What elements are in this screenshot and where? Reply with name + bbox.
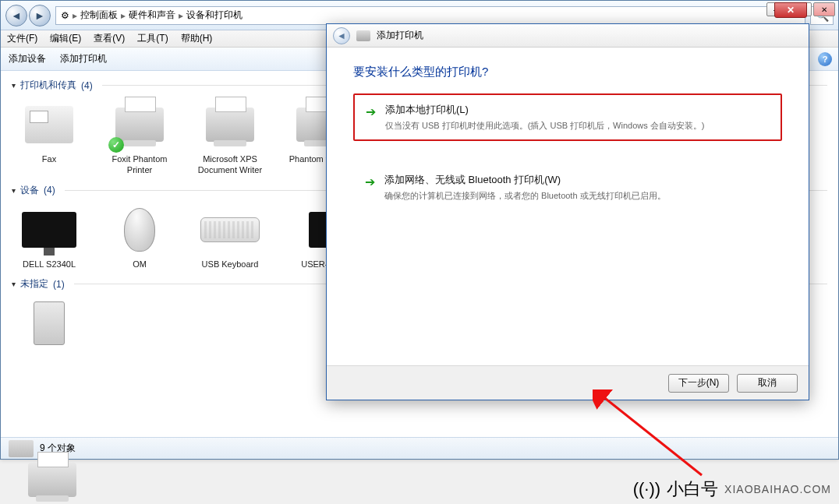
add-printer-dialog: ✕ ◄ 添加打印机 要安装什么类型的打印机? ➔ 添加本地打印机(L) 仅当没有… bbox=[326, 23, 809, 400]
keyboard-icon bbox=[200, 217, 260, 242]
option-local-printer[interactable]: ➔ 添加本地打印机(L) 仅当没有 USB 打印机时使用此选项。(插入 USB … bbox=[353, 93, 782, 141]
next-button[interactable]: 下一步(N) bbox=[668, 374, 729, 393]
dialog-footer: 下一步(N) 取消 bbox=[327, 365, 809, 400]
dialog-back-button[interactable]: ◄ bbox=[333, 27, 350, 44]
path-seg-0[interactable]: 控制面板 bbox=[80, 9, 118, 22]
help-icon[interactable]: ? bbox=[818, 52, 832, 66]
printer-icon bbox=[115, 107, 164, 142]
path-seg-1[interactable]: 硬件和声音 bbox=[129, 9, 175, 22]
collapse-icon: ▾ bbox=[12, 280, 16, 288]
brand-cn: 小白号 bbox=[667, 478, 718, 501]
pc-icon bbox=[34, 301, 65, 345]
default-check-icon: ✓ bbox=[108, 137, 124, 153]
option-title: 添加网络、无线或 Bluetooth 打印机(W) bbox=[384, 173, 666, 187]
close-button[interactable]: ✕ bbox=[813, 2, 835, 16]
device-monitor[interactable]: DELL S2340L bbox=[12, 203, 87, 270]
device-mouse[interactable]: OM bbox=[102, 203, 177, 270]
cancel-button[interactable]: 取消 bbox=[737, 374, 798, 393]
device-unspecified[interactable] bbox=[12, 297, 87, 353]
menu-file[interactable]: 文件(F) bbox=[7, 32, 37, 45]
device-foxit-printer[interactable]: ✓ Foxit Phantom Printer bbox=[102, 98, 177, 176]
option-desc: 仅当没有 USB 打印机时使用此选项。(插入 USB 打印机后，Windows … bbox=[385, 120, 704, 132]
toolbar-add-device[interactable]: 添加设备 bbox=[9, 52, 46, 65]
extra-printer-icon bbox=[28, 463, 75, 497]
monitor-icon bbox=[22, 212, 76, 248]
forward-button[interactable]: ► bbox=[29, 5, 51, 26]
dialog-heading: 要安装什么类型的打印机? bbox=[353, 65, 782, 79]
collapse-icon: ▾ bbox=[12, 81, 16, 90]
dialog-close-button[interactable]: ✕ bbox=[774, 2, 807, 18]
toolbar-add-printer[interactable]: 添加打印机 bbox=[60, 52, 107, 65]
menu-tools[interactable]: 工具(T) bbox=[137, 32, 168, 45]
path-seg-2[interactable]: 设备和打印机 bbox=[186, 9, 242, 22]
device-keyboard[interactable]: USB Keyboard bbox=[193, 203, 267, 270]
menu-view[interactable]: 查看(V) bbox=[94, 32, 125, 45]
status-printer-icon bbox=[9, 440, 34, 457]
device-fax[interactable]: Fax bbox=[12, 98, 87, 176]
branding: ((·)) 小白号 XIAOBAIHAO.COM bbox=[633, 478, 831, 501]
printer-icon bbox=[356, 30, 370, 41]
collapse-icon: ▾ bbox=[12, 186, 16, 195]
control-panel-icon: ⚙ bbox=[61, 10, 69, 21]
option-title: 添加本地打印机(L) bbox=[385, 103, 704, 117]
option-desc: 确保您的计算机已连接到网络，或者您的 Bluetooth 或无线打印机已启用。 bbox=[384, 190, 666, 202]
mouse-icon bbox=[124, 208, 155, 252]
breadcrumb[interactable]: ⚙ ▸ 控制面板 ▸ 硬件和声音 ▸ 设备和打印机 bbox=[55, 6, 805, 25]
arrow-icon: ➔ bbox=[365, 174, 375, 189]
menu-help[interactable]: 帮助(H) bbox=[181, 32, 213, 45]
fax-icon bbox=[25, 106, 73, 143]
wifi-icon: ((·)) bbox=[633, 479, 660, 499]
arrow-icon: ➔ bbox=[366, 104, 376, 119]
dialog-titlebar: ◄ 添加打印机 bbox=[327, 24, 809, 48]
menu-edit[interactable]: 编辑(E) bbox=[50, 32, 81, 45]
nav-buttons: ◄ ► bbox=[5, 5, 51, 26]
brand-en: XIAOBAIHAO.COM bbox=[724, 483, 831, 495]
dialog-title: 添加打印机 bbox=[377, 29, 423, 42]
dialog-body: 要安装什么类型的打印机? ➔ 添加本地打印机(L) 仅当没有 USB 打印机时使… bbox=[327, 48, 809, 211]
back-button[interactable]: ◄ bbox=[5, 5, 27, 26]
device-xps-writer[interactable]: Microsoft XPS Document Writer bbox=[193, 98, 267, 176]
printer-icon bbox=[206, 107, 254, 142]
option-network-printer[interactable]: ➔ 添加网络、无线或 Bluetooth 打印机(W) 确保您的计算机已连接到网… bbox=[353, 164, 782, 210]
status-bar: 9 个对象 bbox=[1, 437, 838, 459]
